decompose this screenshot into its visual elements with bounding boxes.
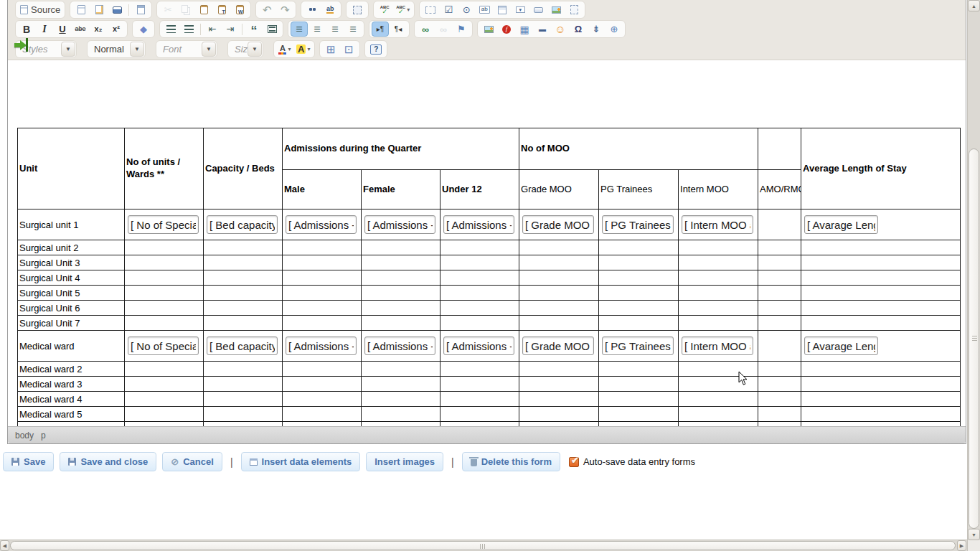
table-cell[interactable] <box>125 240 204 255</box>
table-cell[interactable] <box>519 392 599 407</box>
table-cell[interactable] <box>599 255 679 270</box>
table-cell[interactable] <box>679 255 758 270</box>
table-cell[interactable] <box>519 240 599 255</box>
table-cell[interactable] <box>125 255 204 270</box>
blockquote-button[interactable] <box>245 22 263 37</box>
unit-label-cell[interactable]: Surgical unit 2 <box>18 240 125 255</box>
header-cell[interactable]: Capacity / Beds <box>204 128 283 209</box>
table-cell[interactable] <box>801 270 961 286</box>
table-cell[interactable] <box>125 209 204 240</box>
data-element-field[interactable] <box>443 336 514 355</box>
table-cell[interactable] <box>519 286 599 301</box>
table-cell[interactable] <box>758 255 801 270</box>
unit-label-cell[interactable]: Surgical Unit 4 <box>18 270 125 286</box>
textarea-field-button[interactable] <box>494 2 511 17</box>
text-field-button[interactable] <box>476 2 493 17</box>
save-and-close-button[interactable]: Save and close <box>60 452 156 471</box>
table-cell[interactable] <box>283 301 362 316</box>
unit-label-cell[interactable]: Medical ward 2 <box>18 362 125 377</box>
header-cell[interactable]: PG Trainees <box>599 170 679 209</box>
table-cell[interactable] <box>801 301 961 316</box>
table-cell[interactable] <box>283 240 362 255</box>
table-cell[interactable] <box>204 286 283 301</box>
table-cell[interactable] <box>599 301 679 316</box>
table-cell[interactable] <box>125 407 204 422</box>
scroll-left-button[interactable]: ◀ <box>0 540 9 551</box>
background-color-button[interactable]: ▾ <box>294 42 312 57</box>
table-cell[interactable] <box>801 422 961 427</box>
table-cell[interactable] <box>362 377 440 392</box>
paste-from-word-button[interactable] <box>231 2 248 17</box>
table-cell[interactable] <box>679 240 758 255</box>
table-cell[interactable] <box>362 331 440 362</box>
insert-flash-button[interactable] <box>498 22 515 37</box>
data-element-field[interactable] <box>364 336 435 355</box>
table-cell[interactable] <box>125 316 204 331</box>
table-cell[interactable] <box>758 377 801 392</box>
unit-label-cell[interactable]: Surgical Unit 6 <box>18 301 125 316</box>
table-cell[interactable] <box>519 255 599 270</box>
data-element-field[interactable] <box>286 336 357 355</box>
table-cell[interactable] <box>679 407 758 422</box>
table-cell[interactable] <box>362 407 440 422</box>
table-cell[interactable] <box>758 331 801 362</box>
table-cell[interactable] <box>758 209 801 240</box>
table-cell[interactable] <box>440 316 519 331</box>
table-cell[interactable] <box>125 286 204 301</box>
align-left-button[interactable] <box>291 22 308 37</box>
image-button-field-button[interactable] <box>547 2 565 17</box>
table-cell[interactable] <box>283 316 362 331</box>
table-cell[interactable] <box>204 422 283 427</box>
align-center-button[interactable] <box>308 22 326 37</box>
data-element-field[interactable] <box>682 336 753 355</box>
table-cell[interactable] <box>204 316 283 331</box>
table-cell[interactable] <box>519 422 599 427</box>
anchor-button[interactable] <box>453 22 470 37</box>
table-cell[interactable] <box>758 286 801 301</box>
hidden-field-button[interactable] <box>565 2 583 17</box>
paste-as-text-button[interactable] <box>213 2 230 17</box>
table-cell[interactable] <box>440 209 519 240</box>
table-cell[interactable] <box>599 270 679 286</box>
insert-images-button[interactable]: Insert images <box>366 452 443 471</box>
table-cell[interactable] <box>679 286 758 301</box>
table-cell[interactable] <box>204 270 283 286</box>
table-cell[interactable] <box>362 255 440 270</box>
table-cell[interactable] <box>440 392 519 407</box>
table-cell[interactable] <box>801 362 961 377</box>
table-cell[interactable] <box>599 422 679 427</box>
insert-link-button[interactable] <box>417 22 434 37</box>
table-cell[interactable] <box>204 209 283 240</box>
table-cell[interactable] <box>125 270 204 286</box>
data-element-field[interactable] <box>207 336 278 355</box>
table-cell[interactable] <box>758 316 801 331</box>
table-cell[interactable] <box>599 240 679 255</box>
table-cell[interactable] <box>440 270 519 286</box>
table-cell[interactable] <box>599 331 679 362</box>
table-cell[interactable] <box>758 240 801 255</box>
unit-label-cell[interactable]: Medical ward <box>18 331 125 362</box>
smiley-button[interactable] <box>552 22 569 37</box>
table-cell[interactable] <box>801 392 961 407</box>
radio-field-button[interactable] <box>458 2 475 17</box>
paste-button[interactable] <box>195 2 212 17</box>
data-element-field[interactable] <box>682 215 753 234</box>
text-color-button[interactable]: ▾ <box>276 42 293 57</box>
table-cell[interactable] <box>283 377 362 392</box>
table-cell[interactable] <box>801 316 961 331</box>
numbered-list-button[interactable] <box>162 22 179 37</box>
table-cell[interactable] <box>519 270 599 286</box>
scroll-up-button[interactable]: ▲ <box>968 0 980 11</box>
table-cell[interactable] <box>679 392 758 407</box>
table-cell[interactable] <box>758 301 801 316</box>
header-cell[interactable]: Admissions during the Quarter <box>283 128 519 170</box>
table-cell[interactable] <box>125 422 204 427</box>
maximize-button[interactable] <box>322 42 339 57</box>
header-cell[interactable]: Under 12 <box>440 170 519 209</box>
table-cell[interactable] <box>204 255 283 270</box>
table-cell[interactable] <box>440 407 519 422</box>
remove-format-button[interactable] <box>135 22 152 37</box>
horizontal-rule-button[interactable] <box>534 22 551 37</box>
table-cell[interactable] <box>204 392 283 407</box>
bulleted-list-button[interactable] <box>180 22 197 37</box>
